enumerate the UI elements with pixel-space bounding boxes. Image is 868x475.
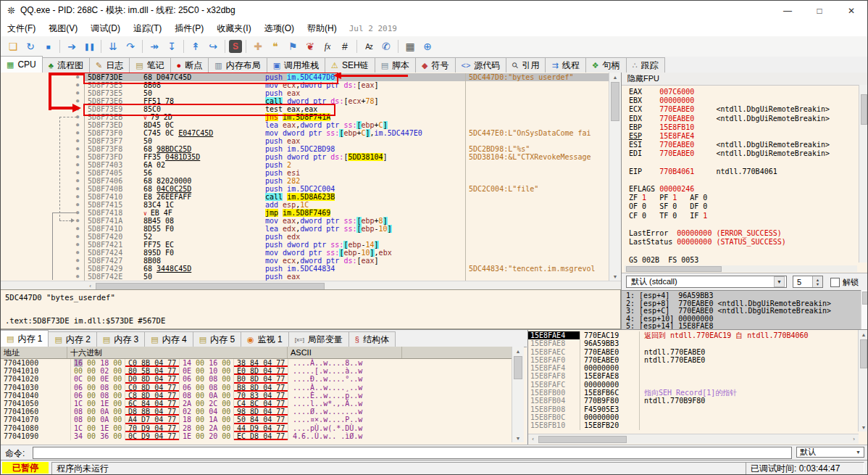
menu-item[interactable]: 收藏夹(I) (210, 20, 257, 36)
register-line[interactable]: GS 002B FS 0053 (629, 256, 859, 265)
tab-script[interactable]: ▤脚本 (375, 57, 416, 73)
menu-item[interactable]: 视图(V) (42, 20, 84, 36)
stack-row[interactable]: 15E8FAF400000000 (528, 364, 859, 372)
registers-vscrollbar[interactable] (859, 85, 868, 263)
tab-struct[interactable]: §结构体 (349, 331, 396, 347)
disasm-row[interactable]: ●5D8F740556push esi (71, 169, 609, 177)
dump-rows[interactable]: 7704100016 00 18 00C0 8B 04 7714 00 16 0… (1, 359, 512, 440)
stack-row[interactable]: 15E8FAE4770EAC19返回到 ntdll.770EAC19 自 ntd… (528, 331, 859, 339)
dump-row[interactable]: 7704109034 00 36 000C D9 04 771E 00 20 0… (1, 432, 512, 440)
stack-vscrollbar[interactable]: ▲ ▼ (858, 330, 868, 431)
minimize-button[interactable]: — (772, 1, 804, 20)
breakpoint-dot[interactable]: ● (71, 201, 85, 209)
step-into-icon[interactable]: ⇊ (105, 39, 121, 54)
register-line[interactable]: EIP 770B4061 ntdll.770B4061 (629, 168, 859, 176)
disasm-row[interactable]: ●5D8F73E550push eax (71, 89, 609, 97)
close-button[interactable]: ✕ (835, 1, 867, 20)
tab-source[interactable]: <>源代码 (455, 57, 507, 73)
register-line[interactable]: ESI 770EABE0 <ntdll.DbgUiRemoteBreakin> (629, 141, 859, 149)
register-line[interactable]: ECX 770EABE0 <ntdll.DbgUiRemoteBreakin> (629, 105, 859, 114)
command-input[interactable] (33, 447, 792, 459)
breakpoint-dot[interactable]: ● (71, 273, 85, 281)
register-line[interactable] (629, 176, 859, 185)
command-profile-select[interactable]: 默认 ▼ (796, 447, 864, 458)
tab-symbols[interactable]: ◆符号 (415, 57, 455, 73)
tab-references[interactable]: ⚲引用 (506, 57, 546, 73)
disasm-row[interactable]: ●5D8F73FDFF35 0481D35Dpush dword ptr ds:… (71, 153, 609, 161)
scroll-thumb[interactable] (514, 356, 522, 379)
spinner-arrows-icon[interactable]: ▲▼ (812, 276, 822, 287)
stack-row[interactable]: 15E8FB0C00000000 (528, 413, 859, 421)
dump-row[interactable]: 770410200C 00 0E 00D0 8D 04 7706 00 08 0… (1, 375, 512, 383)
menu-item[interactable]: 插件(P) (168, 20, 210, 36)
breakpoint-dot[interactable]: ● (71, 249, 85, 257)
disasm-row[interactable]: ●5D8F73F0C745 0C E047C45Dmov dword ptr s… (71, 129, 609, 137)
register-line[interactable] (629, 159, 859, 168)
breakpoint-dot[interactable]: ● (71, 145, 85, 153)
dump-vscrollbar[interactable]: ▲ ▼ (512, 347, 524, 442)
dump-row[interactable]: 7704103006 00 08 00C0 8D 04 7706 00 08 0… (1, 384, 512, 392)
disasm-row[interactable]: ●5D8F73ED8D45 0Clea eax,dword ptr ss:[eb… (71, 121, 609, 129)
restart-icon[interactable]: ↻ (22, 39, 38, 54)
menu-item[interactable]: 追踪(T) (127, 20, 168, 36)
tab-mem3[interactable]: ▤内存 3 (96, 331, 145, 347)
run-icon[interactable]: ➔ (64, 39, 80, 54)
tab-graph[interactable]: ♣流程图 (42, 57, 90, 73)
world-icon[interactable]: ⊕ (420, 39, 435, 54)
menu-item[interactable]: 选项(O) (258, 20, 301, 36)
breakpoint-dot[interactable]: ● (71, 177, 85, 185)
tab-threads[interactable]: ⇉线程 (545, 57, 585, 73)
step-down-icon[interactable]: ↧ (164, 39, 180, 54)
scroll-left-icon[interactable]: ‹ (528, 434, 538, 444)
arguments-vscrollbar[interactable] (861, 290, 868, 329)
stack-hscrollbar[interactable]: ‹ › (528, 434, 859, 444)
disasm-vscrollbar[interactable]: ▲ ▼ (609, 73, 621, 281)
menu-item[interactable]: 文件(F) (1, 20, 42, 36)
col-ascii[interactable]: ASCII (288, 347, 402, 358)
breakpoint-dot[interactable]: ● (71, 89, 85, 97)
dump-row[interactable]: 7704100016 00 18 00C0 8B 04 7714 00 16 0… (1, 359, 512, 367)
breakpoint-dot[interactable]: ● (71, 129, 85, 137)
dump-row[interactable]: 7704107008 00 0A 00A4 D7 04 7718 00 1A 0… (1, 416, 512, 424)
register-line[interactable]: LastError 00000000 (ERROR_SUCCESS) (629, 229, 859, 238)
tab-mem4[interactable]: ▤内存 4 (144, 331, 193, 347)
maximize-button[interactable]: □ (804, 1, 835, 20)
stack-row[interactable]: 15E8FAEC770EABE0ntdll.770EABE0 (528, 348, 859, 356)
scroll-up-icon[interactable]: ▲ (859, 330, 868, 339)
dump-row[interactable]: 770410501C 00 1E 006C 84 04 772A 00 2C 0… (1, 400, 512, 408)
register-line[interactable]: EDX 770EABE0 <ntdll.DbgUiRemoteBreakin> (629, 115, 859, 123)
scroll-down-icon[interactable]: ▼ (609, 272, 621, 281)
stop-icon[interactable]: ■ (40, 39, 56, 54)
register-line[interactable]: ESP 15E8FAE4 (629, 132, 859, 141)
execute-till-return-icon[interactable]: ↟ (188, 39, 204, 54)
breakpoint-dot[interactable]: ● (71, 225, 85, 233)
disasm-row[interactable]: ●5D8F7418∨ EB 4Fjmp im.5D8F7469 (71, 209, 609, 217)
scroll-up-icon[interactable]: ▲ (609, 73, 621, 81)
goto-user-icon[interactable]: ↪ (205, 39, 221, 54)
function-icon[interactable]: fx (320, 39, 335, 54)
hash-icon[interactable]: # (337, 39, 353, 54)
disasm-row[interactable]: ●5D8F7424895D F0mov dword ptr ss:[ebp-10… (71, 249, 609, 257)
disasm-row[interactable]: ●5D8F742052push edx (71, 233, 609, 241)
tab-seh[interactable]: ⚠SEH链 (325, 57, 375, 73)
stack-rows[interactable]: 15E8FAE4770EAC19返回到 ntdll.770EAC19 自 ntd… (528, 331, 859, 430)
breakpoint-dot[interactable]: ● (71, 185, 85, 193)
scroll-down-icon[interactable]: ▼ (512, 434, 524, 442)
disasm-row[interactable]: ●5D8F740668 82020000push 282 (71, 177, 609, 185)
scroll-down-icon[interactable]: ▼ (859, 423, 868, 431)
unlock-checkbox[interactable] (830, 278, 840, 287)
disasm-row[interactable]: ●5D8F741583C4 1Cadd esp,1C (71, 201, 609, 209)
register-line[interactable]: OF 0 SF 0 DF 0 (629, 202, 859, 211)
stack-row[interactable]: 15E8FAE896A59BB3 (528, 339, 859, 347)
comment-icon[interactable]: ❝ (267, 39, 283, 54)
register-line[interactable]: EFLAGS 00000246 (629, 185, 859, 194)
tab-watch1[interactable]: ◉监视 1 (241, 331, 289, 347)
pause-icon[interactable]: ❚❚ (81, 39, 97, 54)
tab-mem5[interactable]: ▤内存 5 (193, 331, 241, 347)
tab-notes[interactable]: ▤笔记 (129, 57, 170, 73)
breakpoint-dot[interactable]: ● (71, 233, 85, 241)
tab-callstack[interactable]: ▣调用堆栈 (267, 57, 325, 73)
tab-trace[interactable]: ∴跟踪 (626, 57, 665, 73)
disasm-row[interactable]: ●5D8F741D8D55 F0lea edx,dword ptr ss:[eb… (71, 225, 609, 233)
stack-row[interactable]: 15E8FAFC00000000 (528, 381, 859, 389)
